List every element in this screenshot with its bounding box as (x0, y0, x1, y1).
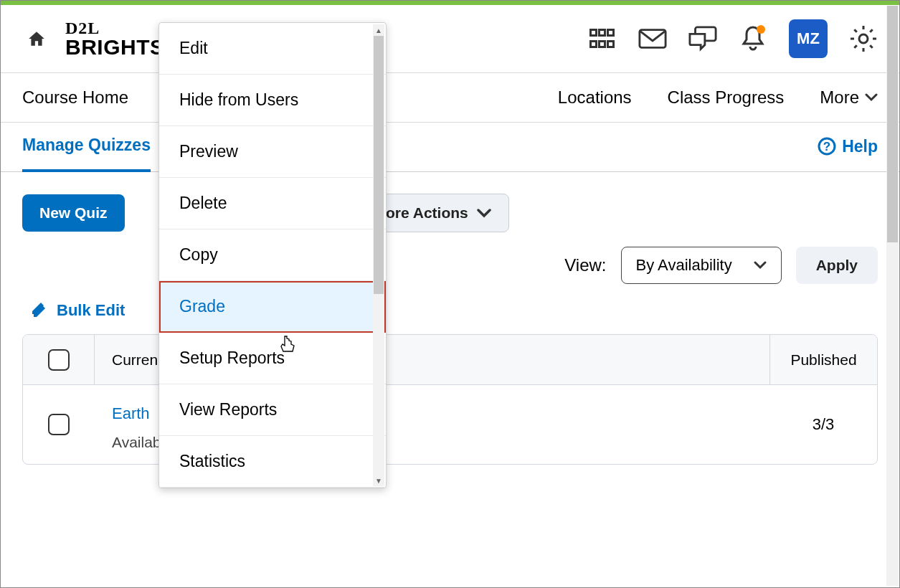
svg-rect-4 (600, 42, 605, 47)
svg-rect-1 (600, 30, 605, 36)
home-icon[interactable] (22, 24, 51, 53)
svg-point-8 (859, 34, 868, 43)
help-icon: ? (818, 137, 836, 156)
top-icons: MZ (588, 19, 878, 58)
nav-locations[interactable]: Locations (558, 87, 632, 108)
new-quiz-button[interactable]: New Quiz (22, 194, 125, 232)
menu-scrollbar[interactable]: ▲ ▼ (373, 24, 384, 486)
quiz-table: Curren Published Earth Available on Mar … (22, 334, 878, 465)
svg-rect-2 (608, 30, 614, 36)
chat-icon[interactable] (688, 24, 717, 53)
view-select[interactable]: By Availability (621, 247, 782, 284)
scroll-up-icon[interactable]: ▲ (373, 24, 384, 36)
menu-item-preview[interactable]: Preview (159, 126, 386, 178)
scroll-down-icon[interactable]: ▼ (373, 475, 384, 486)
col-header-published: Published (769, 335, 877, 384)
view-label: View: (564, 255, 606, 275)
brand-line1: D2L (65, 19, 165, 37)
menu-item-hide-from-users[interactable]: Hide from Users (159, 75, 386, 126)
svg-rect-3 (591, 42, 597, 47)
chevron-down-icon (477, 208, 491, 218)
svg-text:?: ? (823, 140, 830, 153)
mail-icon[interactable] (638, 24, 667, 53)
nav-class-progress[interactable]: Class Progress (668, 87, 785, 108)
pencil-icon (31, 301, 49, 320)
nav-more-label: More (820, 87, 859, 108)
help-link[interactable]: ? Help (818, 137, 878, 171)
window-scroll-thumb[interactable] (887, 6, 898, 242)
menu-item-edit[interactable]: Edit (159, 23, 386, 75)
toolbar: New Quiz More Actions (1, 172, 899, 247)
avatar[interactable]: MZ (789, 19, 828, 58)
quiz-title-link[interactable]: Earth (112, 404, 150, 423)
menu-item-view-reports[interactable]: View Reports (159, 384, 386, 436)
published-count: 3/3 (769, 385, 877, 464)
chevron-down-icon (754, 261, 767, 270)
table-header: Curren Published (23, 335, 877, 385)
select-all-checkbox[interactable] (48, 349, 70, 371)
menu-item-delete[interactable]: Delete (159, 178, 386, 229)
filter-row: View: By Availability Apply (1, 247, 899, 298)
nav-more[interactable]: More (820, 87, 878, 108)
brand-line2: BRIGHTS (65, 37, 165, 58)
bulk-edit-label: Bulk Edit (57, 301, 125, 320)
apps-grid-icon[interactable] (588, 24, 617, 53)
bell-icon[interactable] (739, 24, 767, 53)
scroll-thumb[interactable] (374, 36, 384, 294)
nav-course-home[interactable]: Course Home (22, 87, 128, 108)
menu-item-copy[interactable]: Copy (159, 229, 386, 281)
menu-item-grade[interactable]: Grade (159, 281, 386, 333)
menu-item-setup-reports[interactable]: Setup Reports (159, 333, 386, 384)
table-row: Earth Available on Mar 27, 2023 12:01 AM… (23, 385, 877, 464)
quiz-context-menu: EditHide from UsersPreviewDeleteCopyGrad… (158, 22, 387, 488)
svg-rect-5 (608, 42, 614, 47)
brand-logo: D2L BRIGHTS (65, 19, 165, 58)
gear-icon[interactable] (849, 24, 878, 53)
course-nav: Course Home Locations Class Progress Mor… (1, 72, 899, 123)
svg-rect-0 (591, 30, 597, 36)
notification-badge (757, 25, 765, 34)
top-header: D2L BRIGHTS MZ (1, 5, 899, 72)
help-label: Help (842, 137, 878, 156)
chevron-down-icon (865, 93, 878, 102)
menu-item-statistics[interactable]: Statistics (159, 436, 386, 488)
apply-button[interactable]: Apply (796, 247, 878, 284)
sub-tabs: Manage Quizzes spacer tistics ? Help (1, 123, 899, 172)
bulk-edit-link[interactable]: Bulk Edit (1, 298, 899, 334)
window-scrollbar[interactable] (886, 6, 899, 586)
tab-manage-quizzes[interactable]: Manage Quizzes (22, 136, 151, 172)
more-actions-label: More Actions (374, 204, 468, 222)
view-selected: By Availability (636, 256, 732, 275)
row-checkbox[interactable] (48, 414, 70, 435)
